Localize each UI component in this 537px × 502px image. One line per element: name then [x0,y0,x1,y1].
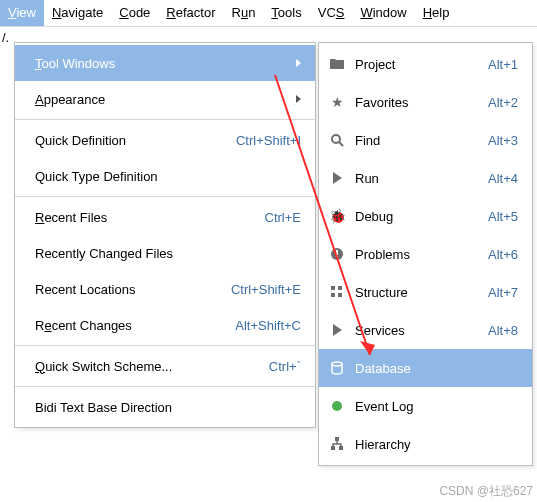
menu-separator [15,119,315,120]
toolbar-separator [0,26,537,42]
submenu-item-event-log[interactable]: Event Log [319,387,532,425]
submenu-item-favorites[interactable]: ★ Favorites Alt+2 [319,83,532,121]
menubar-item-vcs[interactable]: VCS [310,0,353,26]
svg-point-0 [332,135,340,143]
submenu-item-label: Event Log [355,399,518,414]
menu-item-label: Recent Files [35,210,265,225]
submenu-item-shortcut: Alt+4 [488,171,518,186]
menu-item-shortcut: Ctrl+Shift+I [236,133,301,148]
svg-rect-3 [336,250,338,255]
database-icon [329,360,345,376]
menu-item-label: Recently Changed Files [35,246,301,261]
submenu-item-shortcut: Alt+1 [488,57,518,72]
submenu-item-find[interactable]: Find Alt+3 [319,121,532,159]
menu-item-label: Quick Definition [35,133,236,148]
submenu-item-shortcut: Alt+5 [488,209,518,224]
services-icon [329,322,345,338]
submenu-item-run[interactable]: Run Alt+4 [319,159,532,197]
menu-item-recent-files[interactable]: Recent Files Ctrl+E [15,199,315,235]
submenu-item-label: Run [355,171,488,186]
svg-line-1 [339,142,343,146]
submenu-item-label: Problems [355,247,488,262]
folder-icon [329,56,345,72]
submenu-item-services[interactable]: Services Alt+8 [319,311,532,349]
search-icon [329,132,345,148]
submenu-item-shortcut: Alt+6 [488,247,518,262]
menu-item-label: Tool Windows [35,56,288,71]
submenu-item-label: Debug [355,209,488,224]
submenu-item-database[interactable]: Database [319,349,532,387]
submenu-item-label: Services [355,323,488,338]
menu-item-recent-locations[interactable]: Recent Locations Ctrl+Shift+E [15,271,315,307]
menu-item-tool-windows[interactable]: Tool Windows [15,45,315,81]
menubar-item-refactor[interactable]: Refactor [158,0,223,26]
submenu-item-structure[interactable]: Structure Alt+7 [319,273,532,311]
menu-item-label: Recent Locations [35,282,231,297]
menu-separator [15,345,315,346]
menu-separator [15,196,315,197]
menu-item-label: Quick Type Definition [35,169,301,184]
menu-item-recently-changed-files[interactable]: Recently Changed Files [15,235,315,271]
submenu-item-label: Favorites [355,95,488,110]
structure-icon [329,284,345,300]
submenu-item-label: Find [355,133,488,148]
svg-rect-13 [339,446,343,450]
submenu-item-label: Database [355,361,518,376]
menu-item-bidi-text-direction[interactable]: Bidi Text Base Direction [15,389,315,425]
menu-item-label: Appearance [35,92,288,107]
view-menu-dropdown: Tool Windows Appearance Quick Definition… [14,42,316,428]
submenu-arrow-icon [296,95,301,103]
svg-rect-6 [338,286,342,290]
menubar-item-window[interactable]: Window [352,0,414,26]
submenu-item-shortcut: Alt+8 [488,323,518,338]
menu-separator [15,386,315,387]
submenu-item-shortcut: Alt+3 [488,133,518,148]
menu-item-appearance[interactable]: Appearance [15,81,315,117]
menu-item-shortcut: Ctrl+` [269,359,301,374]
breadcrumb-fragment: /. [2,30,9,45]
submenu-item-hierarchy[interactable]: Hierarchy [319,425,532,463]
bug-icon: 🐞 [329,208,345,224]
star-icon: ★ [329,94,345,110]
tool-windows-submenu: Project Alt+1 ★ Favorites Alt+2 Find Alt… [318,42,533,466]
watermark: CSDN @社恐627 [439,483,533,500]
svg-point-10 [332,401,342,411]
event-log-icon [329,398,345,414]
svg-rect-12 [331,446,335,450]
menubar-item-code[interactable]: Code [111,0,158,26]
hierarchy-icon [329,436,345,452]
svg-rect-5 [331,286,335,290]
menu-item-label: Recent Changes [35,318,235,333]
svg-rect-8 [338,293,342,297]
menu-item-quick-type-definition[interactable]: Quick Type Definition [15,158,315,194]
menu-item-shortcut: Alt+Shift+C [235,318,301,333]
submenu-arrow-icon [296,59,301,67]
menubar-item-run[interactable]: Run [224,0,264,26]
menubar-item-tools[interactable]: Tools [263,0,309,26]
submenu-item-debug[interactable]: 🐞 Debug Alt+5 [319,197,532,235]
menu-item-shortcut: Ctrl+Shift+E [231,282,301,297]
menu-item-quick-definition[interactable]: Quick Definition Ctrl+Shift+I [15,122,315,158]
menu-item-shortcut: Ctrl+E [265,210,301,225]
menu-item-recent-changes[interactable]: Recent Changes Alt+Shift+C [15,307,315,343]
submenu-item-label: Hierarchy [355,437,518,452]
submenu-item-project[interactable]: Project Alt+1 [319,45,532,83]
menubar: View Navigate Code Refactor Run Tools VC… [0,0,537,26]
menu-item-label: Bidi Text Base Direction [35,400,301,415]
svg-point-9 [332,362,342,366]
menubar-item-help[interactable]: Help [415,0,458,26]
svg-rect-7 [331,293,335,297]
submenu-item-label: Structure [355,285,488,300]
submenu-item-problems[interactable]: Problems Alt+6 [319,235,532,273]
submenu-item-shortcut: Alt+7 [488,285,518,300]
play-icon [329,170,345,186]
submenu-item-label: Project [355,57,488,72]
menubar-item-navigate[interactable]: Navigate [44,0,111,26]
svg-rect-4 [336,256,338,258]
menubar-item-view[interactable]: View [0,0,44,26]
menu-item-quick-switch-scheme[interactable]: Quick Switch Scheme... Ctrl+` [15,348,315,384]
svg-rect-11 [335,437,339,441]
menu-item-label: Quick Switch Scheme... [35,359,269,374]
warning-icon [329,246,345,262]
submenu-item-shortcut: Alt+2 [488,95,518,110]
